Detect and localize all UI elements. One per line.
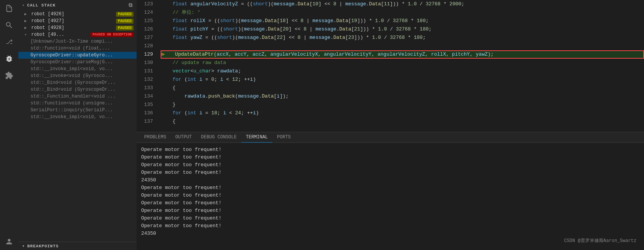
ln-128: 128 (137, 42, 153, 50)
thread-badge-4926: PAUSED (116, 12, 134, 17)
terminal-line-3: Operate motor too frequent! (141, 161, 639, 169)
terminal-line-11: Operate motor too frequent! (141, 222, 639, 230)
ln-127: 127 (137, 34, 153, 42)
code-line-130: // update raw data (161, 59, 644, 67)
code-line-137: { (161, 117, 644, 126)
bottom-panel: PROBLEMS OUTPUT DEBUG CONSOLE TERMINAL P… (137, 132, 644, 250)
copy-stack-icon[interactable]: ⧉ (129, 2, 133, 8)
code-line-131: vector<u_char> rawdata; (161, 67, 644, 75)
terminal-line-2: Operate motor too frequent! (141, 154, 639, 161)
extensions-icon[interactable] (4, 70, 14, 81)
breakpoints-header[interactable]: ▾ BREAKPOINTS (18, 242, 137, 250)
code-line-125: float rollX = ((short)(message.Data[18] … (161, 17, 644, 25)
terminal-line-6: Operate motor too frequent! (141, 184, 639, 192)
thread-item-4928[interactable]: ▶ robot [4928] PAUSED (18, 24, 137, 31)
terminal-line-4: Operate motor too frequent! (141, 169, 639, 176)
thread-chevron-4926: ▶ (24, 12, 29, 16)
code-lines: float angularVelocityZ = ((short)(messag… (158, 0, 644, 132)
line-numbers: 123 124 125 126 127 128 129 130 131 132 … (137, 0, 158, 132)
terminal-content[interactable]: Operate motor too frequent! Operate moto… (137, 143, 644, 250)
code-line-123: float angularVelocityZ = ((short)(messag… (161, 0, 644, 8)
stack-frame-4[interactable]: std::__invoke_impl<void, vo... (18, 66, 137, 72)
thread-label-4926: robot [4926] (31, 11, 114, 17)
stack-frame-1[interactable]: std::function<void (float,... (18, 45, 137, 52)
panel-tabs: PROBLEMS OUTPUT DEBUG CONSOLE TERMINAL P… (137, 132, 644, 143)
terminal-line-10: Operate motor too frequent! (141, 215, 639, 222)
ln-135: 135 (137, 101, 153, 109)
tab-output[interactable]: OUTPUT (171, 132, 196, 143)
stack-frame-2[interactable]: GyroscopeDriver::updateGyro... (18, 52, 137, 59)
ln-130: 130 (137, 59, 153, 67)
debug-panel: ▾ CALL STACK ⧉ ▶ robot [4926] PAUSED ▶ r… (18, 0, 137, 250)
ln-132: 132 (137, 75, 153, 84)
account-icon[interactable] (4, 236, 14, 247)
call-stack-list: ▶ robot [4926] PAUSED ▶ robot [4927] PAU… (18, 11, 137, 242)
code-content: 123 124 125 126 127 128 129 130 131 132 … (137, 0, 644, 132)
thread-badge-4928: PAUSED (116, 26, 134, 30)
thread-chevron-4928: ▶ (24, 26, 29, 30)
editor-wrapper: 123 124 125 126 127 128 129 130 131 132 … (137, 0, 644, 250)
thread-badge-4927: PAUSED (116, 19, 134, 24)
code-line-129: ⊳ UpdateDataPtr(accX, accY, accZ, angula… (161, 50, 644, 59)
code-line-133: { (161, 84, 644, 92)
tab-debug-console[interactable]: DEBUG CONSOLE (196, 132, 242, 143)
code-editor: 123 124 125 126 127 128 129 130 131 132 … (137, 0, 644, 132)
terminal-line-7: Operate motor too frequent! (141, 192, 639, 199)
code-line-132: for (int i = 0; i < 12; ++i) (161, 75, 644, 84)
ln-125: 125 (137, 17, 153, 25)
thread-badge-4929: PAUSED ON EXCEPTION (90, 32, 134, 37)
files-icon[interactable] (4, 3, 14, 14)
code-line-128 (161, 42, 644, 50)
terminal-line-5: 24350 (141, 176, 639, 184)
debug-icon[interactable] (4, 53, 14, 64)
call-stack-header[interactable]: ▾ CALL STACK ⧉ (18, 0, 137, 11)
breakpoints-label: BREAKPOINTS (27, 244, 59, 248)
stack-frame-11[interactable]: std::__invoke_impl<void, vo... (18, 114, 137, 120)
breakpoints-section: ▾ BREAKPOINTS (18, 242, 137, 250)
thread-item-4926[interactable]: ▶ robot [4926] PAUSED (18, 11, 137, 18)
stack-frame-3[interactable]: GyroscopeDriver::parseMsg(G... (18, 59, 137, 66)
ln-137: 137 (137, 117, 153, 126)
breakpoints-chevron: ▾ (22, 244, 25, 248)
stack-frame-9[interactable]: std::function<void (unsigne... (18, 100, 137, 107)
stack-frame-5[interactable]: std::__invoke<void (Gyrosco... (18, 72, 137, 79)
stack-frame-6[interactable]: std::_Bind<void (GyroscopeDr... (18, 79, 137, 86)
stack-frame-10[interactable]: SerialPort::inquiry(SerialP... (18, 107, 137, 114)
tab-ports[interactable]: PORTS (272, 132, 295, 143)
tab-terminal[interactable]: TERMINAL (241, 132, 272, 143)
call-stack-label: CALL STACK (27, 3, 56, 8)
stack-frame-8[interactable]: std::_Function_handler<void ... (18, 93, 137, 100)
debug-arrow: ⊳ (161, 50, 164, 59)
ln-123: 123 (137, 0, 153, 8)
search-icon[interactable] (4, 20, 14, 30)
ln-136: 136 (137, 109, 153, 117)
code-line-135: } (161, 101, 644, 109)
thread-label-4929: robot [49... (31, 32, 88, 37)
code-line-134: rawdata.push_back(message.Data[i]); (161, 92, 644, 101)
stack-frame-0[interactable]: [Unknown/Just-In-Time compi... (18, 38, 137, 45)
thread-chevron-4929: ▾ (24, 32, 29, 37)
tab-problems[interactable]: PROBLEMS (140, 132, 171, 143)
ln-131: 131 (137, 67, 153, 75)
thread-item-4929[interactable]: ▾ robot [49... PAUSED ON EXCEPTION (18, 31, 137, 38)
ln-129: 129 (137, 50, 153, 59)
terminal-line-1: Operate motor too frequent! (141, 146, 639, 154)
ln-134: 134 (137, 92, 153, 101)
terminal-line-12: 24350 (141, 230, 639, 237)
ln-126: 126 (137, 25, 153, 34)
thread-item-4927[interactable]: ▶ robot [4927] PAUSED (18, 18, 137, 24)
code-line-136: for (int i = 18; i < 24; ++i) (161, 109, 644, 117)
call-stack-chevron: ▾ (22, 3, 25, 8)
thread-label-4927: robot [4927] (31, 18, 114, 24)
watermark: CSDN @普罗米修斯Aaron_Swartz (564, 237, 636, 244)
ln-124: 124 (137, 8, 153, 17)
code-line-126: float pitchY = ((short)(message.Data[20]… (161, 25, 644, 34)
activity-bar: ⎇ (0, 0, 18, 250)
git-icon[interactable]: ⎇ (4, 37, 14, 47)
code-line-127: float yawZ = ((short)(message.Data[22] <… (161, 34, 644, 42)
ln-133: 133 (137, 84, 153, 92)
stack-frame-7[interactable]: std::_Bind<void (GyroscopeDr... (18, 86, 137, 93)
thread-label-4928: robot [4928] (31, 25, 114, 30)
terminal-line-9: Operate motor too frequent! (141, 207, 639, 215)
terminal-line-8: Operate motor too frequent! (141, 199, 639, 207)
